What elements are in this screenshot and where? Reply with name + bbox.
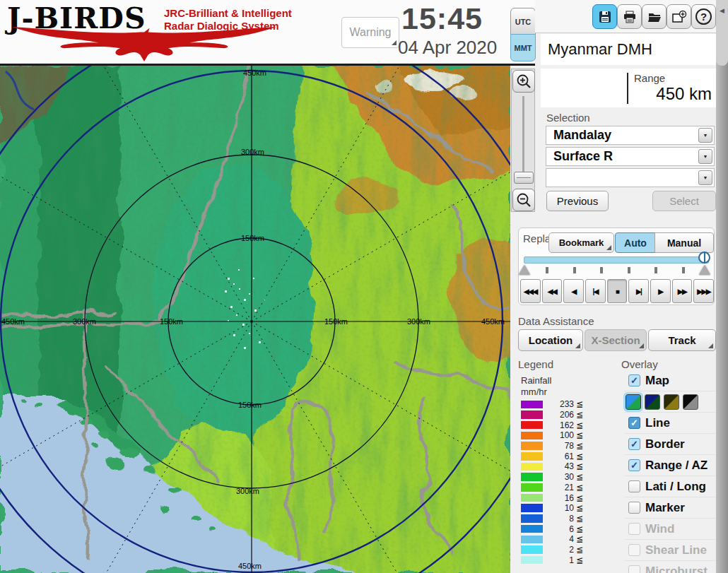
print-button[interactable]: [617, 4, 642, 29]
overlay-row-marker[interactable]: ✓ Marker: [624, 497, 716, 519]
collapse-left-icon: ◀: [720, 7, 724, 66]
range-label: Range: [634, 72, 665, 84]
product-dropdown-value: Surface R: [553, 149, 613, 164]
save-button[interactable]: [592, 4, 617, 29]
open-folder-icon: [647, 10, 662, 24]
step-back-button[interactable]: |◀: [585, 279, 606, 303]
svg-text:450km: 450km: [243, 69, 266, 77]
legend-unit-line2: mm/hr: [521, 386, 547, 397]
svg-text:450km: 450km: [1, 317, 25, 326]
wind-checkbox[interactable]: ✓: [628, 523, 640, 535]
play-button[interactable]: ▶: [650, 279, 671, 303]
legend-entry: 61≦: [521, 451, 588, 461]
range-az-checkbox[interactable]: ✓: [628, 459, 640, 471]
legend-swatch: [521, 401, 543, 409]
step-forward-button[interactable]: ▶|: [628, 279, 649, 303]
line-checkbox[interactable]: ✓: [628, 417, 640, 429]
manual-mode-button[interactable]: Manual: [654, 232, 714, 253]
bookmark-button[interactable]: Bookmark: [548, 232, 614, 253]
site-dropdown-value: Mandalay: [553, 128, 611, 143]
replay-slider-track[interactable]: [524, 256, 709, 264]
panel-scroll-strip: ◀: [716, 0, 728, 573]
overlay-row-shear-line[interactable]: ✓ Shear Line: [624, 540, 716, 561]
replay-range-start-marker[interactable]: [519, 265, 530, 275]
svg-text:150km: 150km: [160, 317, 183, 326]
slider-tick: [573, 267, 576, 273]
chevron-down-icon[interactable]: ▼: [698, 149, 712, 164]
panel-collapse-tab[interactable]: ◀: [716, 0, 728, 66]
legend-entry: 1≦: [521, 555, 588, 565]
help-button[interactable]: ?: [691, 4, 716, 29]
overlay-row-range-az[interactable]: ✓ Range / AZ: [624, 455, 716, 476]
track-button[interactable]: Track: [648, 329, 716, 351]
zoom-out-button[interactable]: [512, 189, 535, 211]
overlay-row-map[interactable]: ✓ Map: [624, 370, 716, 391]
legend-entry: 10≦: [521, 503, 588, 514]
legend-swatch: [521, 504, 543, 512]
radar-map-canvas[interactable]: 450km 300km 150km 450km 300km 150km 150k…: [0, 66, 510, 573]
overlay-row-line[interactable]: ✓ Line: [624, 413, 716, 434]
warning-button[interactable]: Warning: [341, 17, 399, 48]
map-style-olive[interactable]: [664, 394, 679, 410]
save-icon: [598, 10, 612, 24]
overlay-row-lati-long[interactable]: ✓ Lati / Long: [624, 476, 716, 497]
overlay-row-border[interactable]: ✓ Border: [624, 434, 716, 455]
overlay-row-wind[interactable]: ✓ Wind: [624, 519, 716, 540]
zoom-out-icon: [516, 192, 532, 208]
auto-mode-button[interactable]: Auto: [615, 232, 656, 253]
open-folder-button[interactable]: [642, 4, 667, 29]
site-dropdown[interactable]: Mandalay ▼: [546, 126, 715, 145]
microburst-checkbox[interactable]: ✓: [628, 565, 640, 573]
x-section-button[interactable]: X-Section: [585, 329, 647, 351]
chevron-down-icon[interactable]: ▼: [698, 128, 712, 143]
fast-rewind-button[interactable]: ◀◀: [542, 279, 563, 303]
mmt-button[interactable]: MMT: [510, 34, 536, 61]
option-dropdown[interactable]: ▼: [546, 168, 715, 187]
map-style-gray[interactable]: [683, 394, 698, 410]
location-button[interactable]: Location: [518, 329, 583, 351]
replay-slider-handle[interactable]: [698, 252, 710, 264]
legend-entry: 206≦: [521, 410, 588, 420]
fast-forward-button[interactable]: ▶▶: [672, 279, 693, 303]
product-dropdown[interactable]: Surface R ▼: [546, 147, 715, 166]
legend-entry: 233≦: [521, 399, 588, 410]
replay-range-end-marker[interactable]: [699, 265, 710, 275]
map-checkbox[interactable]: ✓: [628, 374, 640, 386]
stop-button[interactable]: ■: [607, 279, 628, 303]
range-divider: [627, 73, 628, 104]
add-image-icon: [671, 10, 687, 24]
legend-swatch: [521, 494, 543, 502]
map-style-color[interactable]: [626, 394, 641, 410]
fast-forward-3-button[interactable]: ▶▶▶: [693, 279, 714, 303]
utc-button[interactable]: UTC: [510, 8, 536, 35]
marker-checkbox[interactable]: ✓: [628, 502, 640, 514]
legend-swatch: [521, 536, 543, 544]
svg-text:450km: 450km: [481, 317, 505, 326]
overlay-row-microburst[interactable]: ✓ Microburst: [624, 561, 716, 573]
border-checkbox[interactable]: ✓: [628, 438, 640, 450]
slider-tick: [600, 267, 603, 273]
range-display: Range 450 km: [541, 69, 716, 107]
shear-line-checkbox[interactable]: ✓: [628, 544, 640, 556]
previous-button[interactable]: Previous: [546, 191, 609, 211]
replay-panel: Replay Bookmark Auto Manual ◀◀◀ ◀◀ ◀ |◀ …: [518, 228, 715, 305]
map-zoom-control: [511, 69, 535, 212]
lati-long-checkbox[interactable]: ✓: [628, 480, 640, 492]
zoom-slider-handle[interactable]: [514, 172, 534, 184]
legend-swatch: [521, 410, 543, 419]
overlay-label: Overlay: [621, 358, 658, 370]
overlay-list: ✓ Map ✓ Line ✓ Border ✓ Range / AZ: [624, 370, 716, 573]
fast-rewind-3-button[interactable]: ◀◀◀: [520, 279, 541, 303]
add-image-button[interactable]: [667, 4, 691, 29]
slider-tick: [682, 267, 685, 273]
zoom-slider-track[interactable]: [522, 96, 524, 175]
legend-entry: 2≦: [521, 545, 588, 555]
svg-text:150km: 150km: [241, 234, 264, 242]
zoom-in-button[interactable]: [512, 70, 535, 93]
play-reverse-button[interactable]: ◀: [563, 279, 584, 303]
chevron-down-icon[interactable]: ▼: [698, 170, 712, 185]
legend-swatch: [521, 525, 543, 533]
legend-swatch: [521, 442, 543, 450]
select-button[interactable]: Select: [652, 191, 716, 211]
map-style-dark[interactable]: [645, 394, 660, 410]
